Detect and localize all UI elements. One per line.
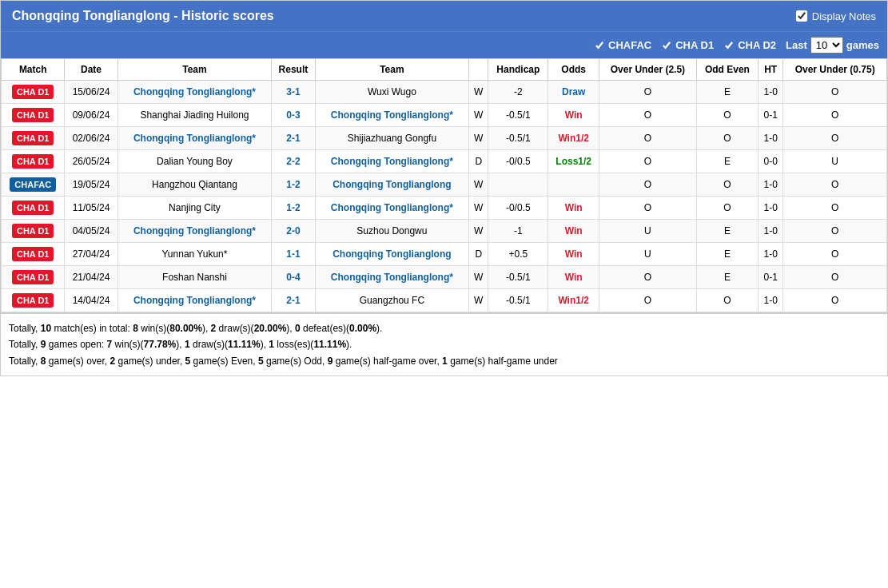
header: Chongqing Tonglianglong - Historic score… <box>1 1 887 31</box>
team2-cell: Chongqing Tonglianglong <box>315 243 469 266</box>
wdl-cell: D <box>469 243 488 266</box>
chafac-checkbox[interactable] <box>594 40 605 51</box>
date-cell: 04/05/24 <box>65 220 117 243</box>
result-value[interactable]: 2-0 <box>286 225 300 236</box>
team2-name[interactable]: Chongqing Tonglianglong* <box>331 202 453 213</box>
odds-value: Win <box>565 248 583 260</box>
team1-name[interactable]: Chongqing Tonglianglong* <box>133 86 256 97</box>
wdl-cell: W <box>469 127 488 150</box>
team2-name[interactable]: Chongqing Tonglianglong* <box>331 109 453 121</box>
team1-cell: Hangzhou Qiantang <box>117 173 272 197</box>
result-value[interactable]: 2-1 <box>286 133 300 144</box>
result-cell: 1-2 <box>272 197 315 220</box>
chad2-filter: CHA D2 <box>723 39 776 51</box>
ou25-cell: O <box>599 197 697 220</box>
team1-cell: Chongqing Tonglianglong* <box>117 127 272 150</box>
match-badge-cell: CHA D1 <box>2 150 65 173</box>
match-badge-cell: CHA D1 <box>2 220 65 243</box>
date-cell: 11/05/24 <box>65 197 117 220</box>
ou25-cell: O <box>599 104 697 127</box>
team2-name[interactable]: Chongqing Tonglianglong* <box>331 156 453 167</box>
oddeven-cell: E <box>696 220 758 243</box>
col-result: Result <box>272 59 315 81</box>
chad1-checkbox[interactable] <box>661 40 672 51</box>
ou25-cell: O <box>599 150 697 173</box>
ht-cell: 1-0 <box>759 81 783 104</box>
team1-name[interactable]: Chongqing Tonglianglong* <box>133 295 256 306</box>
match-badge: CHAFAC <box>10 177 56 192</box>
handicap-cell: -1 <box>488 220 548 243</box>
team1-name[interactable]: Chongqing Tonglianglong* <box>133 133 256 144</box>
team1-cell: Nanjing City <box>117 197 272 220</box>
result-value[interactable]: 0-4 <box>286 272 300 283</box>
result-cell: 1-2 <box>272 173 315 197</box>
result-value[interactable]: 1-2 <box>286 202 300 213</box>
handicap-cell <box>488 173 548 197</box>
odds-cell: Win <box>548 104 599 127</box>
result-cell: 3-1 <box>272 81 315 104</box>
table-row: CHA D114/04/24Chongqing Tonglianglong*2-… <box>2 289 887 312</box>
result-value[interactable]: 2-1 <box>286 295 300 306</box>
ou075-cell: O <box>783 197 887 220</box>
odds-cell: Win <box>548 197 599 220</box>
odds-value: Win <box>565 225 583 236</box>
ou075-cell: U <box>783 150 887 173</box>
date-cell: 19/05/24 <box>65 173 117 197</box>
table-row: CHA D121/04/24Foshan Nanshi0-4Chongqing … <box>2 266 887 289</box>
last-games-select[interactable]: 10 5 15 20 30 <box>810 37 843 54</box>
odds-cell: Draw <box>548 81 599 104</box>
table-row: CHA D115/06/24Chongqing Tonglianglong*3-… <box>2 81 887 104</box>
result-cell: 0-3 <box>272 104 315 127</box>
chad2-checkbox[interactable] <box>723 40 735 51</box>
ht-cell: 0-0 <box>759 150 783 173</box>
team2-cell: Chongqing Tonglianglong* <box>315 104 469 127</box>
team1-cell: Yunnan Yukun* <box>117 243 272 266</box>
team1-cell: Foshan Nanshi <box>117 266 272 289</box>
oddeven-cell: E <box>696 266 758 289</box>
result-value[interactable]: 0-3 <box>286 109 300 121</box>
chafac-filter: CHAFAC <box>594 39 651 51</box>
chafac-label: CHAFAC <box>608 39 651 51</box>
chad1-label: CHA D1 <box>675 39 714 51</box>
odds-value: Win <box>565 272 583 283</box>
wdl-cell: W <box>469 289 488 312</box>
main-container: Chongqing Tonglianglong - Historic score… <box>0 0 888 376</box>
odds-value: Win <box>565 109 583 121</box>
team2-name[interactable]: Chongqing Tonglianglong* <box>331 272 453 283</box>
result-value[interactable]: 2-2 <box>286 156 300 167</box>
oddeven-cell: O <box>696 127 758 150</box>
filter-bar: CHAFAC CHA D1 CHA D2 Last 10 5 15 20 30 … <box>1 31 887 58</box>
oddeven-cell: O <box>696 173 758 197</box>
chad2-label: CHA D2 <box>738 39 776 51</box>
ou25-cell: O <box>599 266 697 289</box>
ht-cell: 0-1 <box>759 266 783 289</box>
display-notes-section: Display Notes <box>796 10 876 22</box>
result-cell: 0-4 <box>272 266 315 289</box>
team2-cell: Chongqing Tonglianglong* <box>315 197 469 220</box>
team2-name[interactable]: Chongqing Tonglianglong <box>333 179 451 190</box>
team2-cell: Guangzhou FC <box>315 289 469 312</box>
team2-name[interactable]: Chongqing Tonglianglong <box>333 248 451 260</box>
col-team2: Team <box>315 59 469 81</box>
match-badge: CHA D1 <box>12 293 54 308</box>
team1-name[interactable]: Chongqing Tonglianglong* <box>133 225 256 236</box>
ou075-cell: O <box>783 266 887 289</box>
date-cell: 21/04/24 <box>65 266 117 289</box>
handicap-cell: -0.5/1 <box>488 127 548 150</box>
table-header-row: Match Date Team Result Team Handicap Odd… <box>2 59 887 81</box>
team1-cell: Chongqing Tonglianglong* <box>117 289 272 312</box>
result-cell: 2-2 <box>272 150 315 173</box>
result-value[interactable]: 1-2 <box>286 179 300 190</box>
handicap-cell: -0.5/1 <box>488 266 548 289</box>
last-label: Last <box>786 39 807 51</box>
ou25-cell: O <box>599 81 697 104</box>
display-notes-checkbox[interactable] <box>796 10 807 22</box>
result-value[interactable]: 3-1 <box>286 86 300 97</box>
col-team1: Team <box>117 59 272 81</box>
oddeven-cell: E <box>696 81 758 104</box>
team2-cell: Chongqing Tonglianglong* <box>315 266 469 289</box>
result-value[interactable]: 1-1 <box>286 248 300 260</box>
ou075-cell: O <box>783 127 887 150</box>
match-badge-cell: CHA D1 <box>2 104 65 127</box>
footer-line1: Totally, 10 match(es) in total: 8 win(s)… <box>9 320 879 336</box>
